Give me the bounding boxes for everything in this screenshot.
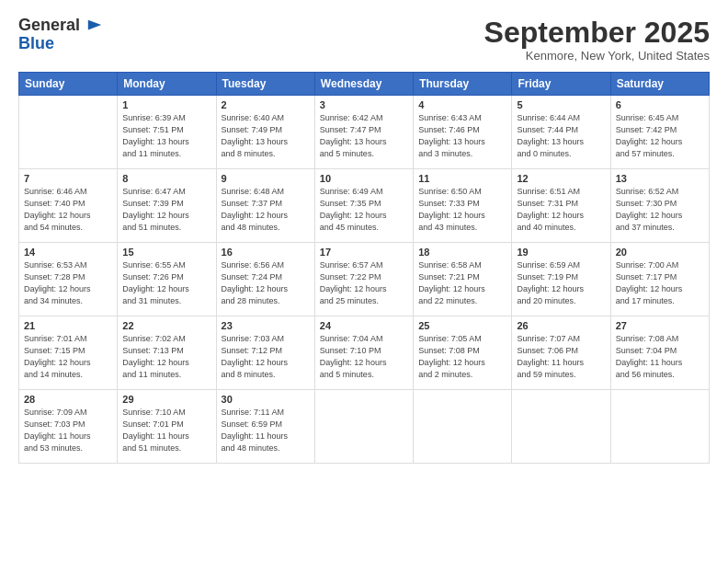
day-number: 16 [222,247,310,258]
day-info: Sunrise: 7:09 AMSunset: 7:03 PMDaylight:… [24,407,112,454]
day-info: Sunrise: 7:08 AMSunset: 7:04 PMDaylight:… [616,333,704,381]
day-info: Sunrise: 6:55 AMSunset: 7:26 PMDaylight:… [122,259,210,307]
day-info: Sunrise: 6:48 AMSunset: 7:37 PMDaylight:… [222,186,310,234]
calendar-cell: 21Sunrise: 7:01 AMSunset: 7:15 PMDayligh… [19,316,118,390]
calendar-cell: 1Sunrise: 6:39 AMSunset: 7:51 PMDaylight… [118,96,216,169]
calendar-cell: 10Sunrise: 6:49 AMSunset: 7:35 PMDayligh… [314,169,413,243]
calendar-cell: 19Sunrise: 6:59 AMSunset: 7:19 PMDayligh… [512,243,610,316]
svg-marker-0 [88,20,101,30]
calendar-cell: 22Sunrise: 7:02 AMSunset: 7:13 PMDayligh… [118,316,216,390]
title-block: September 2025 Kenmore, New York, United… [484,17,710,63]
calendar-week-row: 1Sunrise: 6:39 AMSunset: 7:51 PMDaylight… [19,96,710,169]
calendar-cell [610,390,709,464]
day-number: 24 [320,320,408,331]
day-info: Sunrise: 7:05 AMSunset: 7:08 PMDaylight:… [418,333,506,381]
calendar-header-cell: Thursday [414,73,512,96]
calendar-cell: 23Sunrise: 7:03 AMSunset: 7:12 PMDayligh… [216,316,314,390]
calendar-header-cell: Wednesday [314,73,413,96]
day-info: Sunrise: 6:56 AMSunset: 7:24 PMDaylight:… [222,259,310,307]
calendar-cell: 20Sunrise: 7:00 AMSunset: 7:17 PMDayligh… [610,243,709,316]
month-title: September 2025 [484,17,710,49]
day-number: 5 [517,99,605,110]
calendar-cell: 14Sunrise: 6:53 AMSunset: 7:28 PMDayligh… [19,243,118,316]
day-info: Sunrise: 7:11 AMSunset: 6:59 PMDaylight:… [222,407,310,454]
logo-flag-icon [86,17,103,34]
calendar-cell: 7Sunrise: 6:46 AMSunset: 7:40 PMDaylight… [19,169,118,243]
calendar-body: 1Sunrise: 6:39 AMSunset: 7:51 PMDaylight… [19,96,710,464]
header: General Blue September 2025 Kenmore, New… [18,17,710,63]
calendar-header-cell: Tuesday [216,73,314,96]
calendar-cell: 15Sunrise: 6:55 AMSunset: 7:26 PMDayligh… [118,243,216,316]
day-number: 14 [24,247,112,258]
day-info: Sunrise: 7:04 AMSunset: 7:10 PMDaylight:… [320,333,408,381]
calendar-cell: 24Sunrise: 7:04 AMSunset: 7:10 PMDayligh… [314,316,413,390]
day-info: Sunrise: 6:39 AMSunset: 7:51 PMDaylight:… [122,112,210,160]
calendar-cell: 28Sunrise: 7:09 AMSunset: 7:03 PMDayligh… [19,390,118,464]
day-number: 18 [418,247,506,258]
day-number: 23 [222,320,310,331]
calendar-cell: 30Sunrise: 7:11 AMSunset: 6:59 PMDayligh… [216,390,314,464]
day-info: Sunrise: 6:53 AMSunset: 7:28 PMDaylight:… [24,259,112,307]
calendar-cell: 16Sunrise: 6:56 AMSunset: 7:24 PMDayligh… [216,243,314,316]
calendar-cell: 26Sunrise: 7:07 AMSunset: 7:06 PMDayligh… [512,316,610,390]
calendar-cell: 8Sunrise: 6:47 AMSunset: 7:39 PMDaylight… [118,169,216,243]
calendar-cell: 6Sunrise: 6:45 AMSunset: 7:42 PMDaylight… [610,96,709,169]
day-number: 27 [616,320,704,331]
calendar-cell: 17Sunrise: 6:57 AMSunset: 7:22 PMDayligh… [314,243,413,316]
day-info: Sunrise: 6:51 AMSunset: 7:31 PMDaylight:… [517,186,605,234]
day-info: Sunrise: 6:57 AMSunset: 7:22 PMDaylight:… [320,259,408,307]
day-number: 30 [222,394,310,405]
day-number: 20 [616,247,704,258]
calendar-header-cell: Sunday [19,73,118,96]
day-info: Sunrise: 6:42 AMSunset: 7:47 PMDaylight:… [320,112,408,160]
day-info: Sunrise: 7:00 AMSunset: 7:17 PMDaylight:… [616,259,704,307]
day-number: 17 [320,247,408,258]
calendar-header-cell: Friday [512,73,610,96]
calendar-cell: 18Sunrise: 6:58 AMSunset: 7:21 PMDayligh… [414,243,512,316]
day-number: 15 [122,247,210,258]
calendar-week-row: 7Sunrise: 6:46 AMSunset: 7:40 PMDaylight… [19,169,710,243]
day-info: Sunrise: 6:46 AMSunset: 7:40 PMDaylight:… [24,186,112,234]
day-info: Sunrise: 7:03 AMSunset: 7:12 PMDaylight:… [222,333,310,381]
day-info: Sunrise: 6:45 AMSunset: 7:42 PMDaylight:… [616,112,704,160]
calendar-header-row: SundayMondayTuesdayWednesdayThursdayFrid… [19,73,710,96]
day-number: 25 [418,320,506,331]
day-number: 11 [418,173,506,184]
day-info: Sunrise: 6:40 AMSunset: 7:49 PMDaylight:… [222,112,310,160]
calendar-cell: 5Sunrise: 6:44 AMSunset: 7:44 PMDaylight… [512,96,610,169]
location: Kenmore, New York, United States [484,49,710,63]
calendar-cell [512,390,610,464]
calendar-cell: 2Sunrise: 6:40 AMSunset: 7:49 PMDaylight… [216,96,314,169]
day-number: 4 [418,99,506,110]
day-info: Sunrise: 6:58 AMSunset: 7:21 PMDaylight:… [418,259,506,307]
day-info: Sunrise: 6:59 AMSunset: 7:19 PMDaylight:… [517,259,605,307]
calendar-cell: 25Sunrise: 7:05 AMSunset: 7:08 PMDayligh… [414,316,512,390]
calendar-cell: 11Sunrise: 6:50 AMSunset: 7:33 PMDayligh… [414,169,512,243]
day-number: 12 [517,173,605,184]
day-number: 21 [24,320,112,331]
calendar-cell [314,390,413,464]
day-number: 26 [517,320,605,331]
page: General Blue September 2025 Kenmore, New… [0,0,728,563]
day-info: Sunrise: 6:50 AMSunset: 7:33 PMDaylight:… [418,186,506,234]
day-number: 29 [122,394,210,405]
day-info: Sunrise: 6:52 AMSunset: 7:30 PMDaylight:… [616,186,704,234]
calendar-week-row: 14Sunrise: 6:53 AMSunset: 7:28 PMDayligh… [19,243,710,316]
calendar-cell: 13Sunrise: 6:52 AMSunset: 7:30 PMDayligh… [610,169,709,243]
day-number: 9 [222,173,310,184]
day-info: Sunrise: 6:43 AMSunset: 7:46 PMDaylight:… [418,112,506,160]
calendar-cell: 4Sunrise: 6:43 AMSunset: 7:46 PMDaylight… [414,96,512,169]
calendar-week-row: 21Sunrise: 7:01 AMSunset: 7:15 PMDayligh… [19,316,710,390]
logo-general: General [18,17,103,35]
calendar-cell: 3Sunrise: 6:42 AMSunset: 7:47 PMDaylight… [314,96,413,169]
day-number: 2 [222,99,310,110]
day-number: 10 [320,173,408,184]
day-number: 1 [122,99,210,110]
calendar-cell: 27Sunrise: 7:08 AMSunset: 7:04 PMDayligh… [610,316,709,390]
day-info: Sunrise: 6:44 AMSunset: 7:44 PMDaylight:… [517,112,605,160]
calendar-cell: 9Sunrise: 6:48 AMSunset: 7:37 PMDaylight… [216,169,314,243]
day-info: Sunrise: 7:01 AMSunset: 7:15 PMDaylight:… [24,333,112,381]
calendar-week-row: 28Sunrise: 7:09 AMSunset: 7:03 PMDayligh… [19,390,710,464]
day-number: 22 [122,320,210,331]
day-number: 3 [320,99,408,110]
